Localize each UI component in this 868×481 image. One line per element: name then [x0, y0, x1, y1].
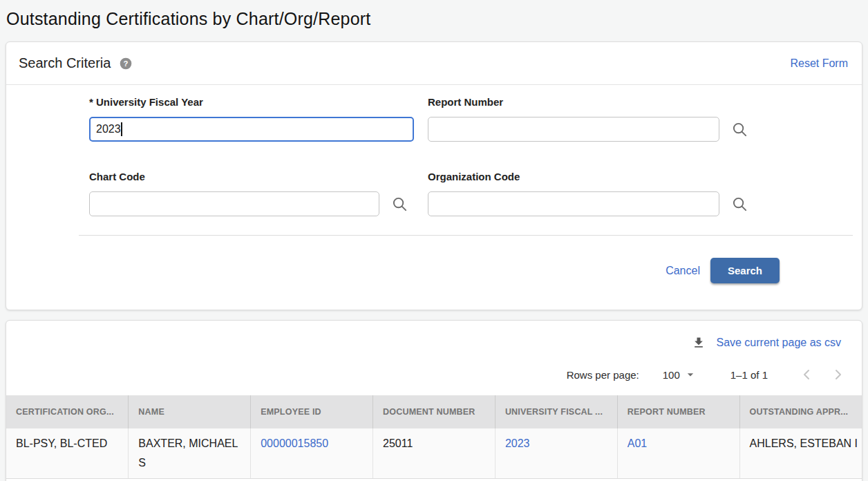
university-fiscal-year-label: * University Fiscal Year — [89, 96, 428, 109]
form-divider — [79, 235, 853, 236]
column-header-report-number[interactable]: REPORT NUMBER — [617, 395, 739, 428]
university-fiscal-year-input[interactable] — [89, 117, 414, 142]
help-icon[interactable]: ? — [119, 57, 133, 70]
search-icon[interactable] — [732, 196, 748, 212]
rows-per-page-label: Rows per page: — [567, 369, 639, 381]
column-header-document-number[interactable]: DOCUMENT NUMBER — [373, 395, 496, 428]
pagination-range: 1–1 of 1 — [730, 369, 768, 381]
cell-document-number: 25011 — [373, 428, 496, 479]
results-card: Save current page as csv Rows per page: … — [6, 320, 862, 481]
rows-per-page-value: 100 — [663, 369, 680, 381]
column-header-outstanding-approvers[interactable]: OUTSTANDING APPR... — [739, 395, 862, 428]
field-chart-code: Chart Code — [89, 171, 428, 216]
cell-employee-id: 00000015850 — [251, 428, 373, 479]
save-csv-link[interactable]: Save current page as csv — [716, 337, 841, 349]
column-header-name[interactable]: NAME — [129, 395, 251, 428]
search-icon[interactable] — [392, 196, 408, 212]
table-row: BL-PSY, BL-CTED BAXTER, MICHAEL S 000000… — [6, 428, 862, 479]
field-university-fiscal-year: * University Fiscal Year — [89, 96, 428, 142]
svg-text:?: ? — [124, 59, 129, 67]
field-organization-code: Organization Code — [428, 171, 760, 216]
results-toolbar: Save current page as csv — [6, 321, 862, 350]
column-header-certification-org[interactable]: CERTIFICATION ORG... — [6, 395, 129, 428]
employee-id-link[interactable]: 00000015850 — [261, 437, 328, 449]
cell-certification-org: BL-PSY, BL-CTED — [6, 428, 129, 479]
field-report-number: Report Number — [428, 96, 760, 142]
chart-code-label: Chart Code — [89, 171, 428, 183]
column-header-university-fiscal-year[interactable]: UNIVERSITY FISCAL ... — [495, 395, 617, 428]
report-number-input[interactable] — [428, 117, 719, 142]
search-criteria-card: Search Criteria ? Reset Form * Universit… — [6, 41, 862, 310]
search-button[interactable]: Search — [710, 258, 780, 283]
search-icon[interactable] — [732, 122, 748, 138]
next-page-icon[interactable] — [830, 366, 847, 383]
caret-down-icon — [683, 368, 697, 381]
cell-report-number: A01 — [617, 428, 739, 479]
results-table: CERTIFICATION ORG... NAME EMPLOYEE ID DO… — [6, 395, 862, 479]
search-form: * University Fiscal Year Report Number — [6, 85, 862, 310]
text-cursor — [121, 122, 122, 136]
app-viewport: Outstanding Certifications by Chart/Org/… — [0, 0, 868, 481]
form-actions: Cancel Search — [89, 258, 862, 310]
report-number-label: Report Number — [428, 96, 760, 109]
cancel-button[interactable]: Cancel — [666, 265, 700, 277]
column-header-employee-id[interactable]: EMPLOYEE ID — [251, 395, 373, 428]
organization-code-input[interactable] — [428, 191, 719, 216]
pagination-bar: Rows per page: 100 1–1 of 1 — [6, 350, 862, 395]
rows-per-page-select[interactable]: 100 — [663, 368, 697, 381]
cell-university-fiscal-year: 2023 — [495, 428, 617, 479]
cell-name: BAXTER, MICHAEL S — [129, 428, 251, 479]
previous-page-icon[interactable] — [798, 366, 815, 383]
organization-code-label: Organization Code — [428, 171, 760, 183]
report-number-link[interactable]: A01 — [628, 437, 647, 449]
table-header-row: CERTIFICATION ORG... NAME EMPLOYEE ID DO… — [6, 395, 862, 428]
chart-code-input[interactable] — [89, 191, 379, 216]
search-card-header: Search Criteria ? Reset Form — [6, 42, 862, 85]
cell-outstanding-approvers: AHLERS, ESTEBAN I — [739, 428, 862, 479]
fiscal-year-link[interactable]: 2023 — [505, 437, 530, 449]
search-criteria-title: Search Criteria — [19, 55, 111, 71]
download-icon[interactable] — [692, 336, 706, 350]
page-title: Outstanding Certifications by Chart/Org/… — [0, 0, 868, 29]
reset-form-link[interactable]: Reset Form — [790, 57, 848, 70]
